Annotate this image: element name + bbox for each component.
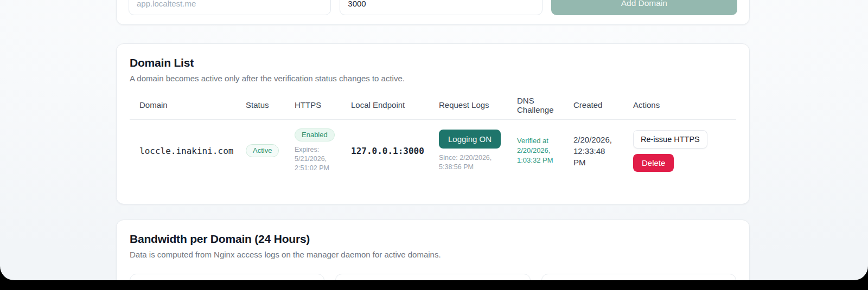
dns-verified-text: Verified at 2/20/2026, 1:03:32 PM bbox=[517, 136, 558, 165]
bandwidth-title: Bandwidth per Domain (24 Hours) bbox=[130, 233, 736, 246]
bandwidth-tile bbox=[335, 274, 530, 280]
header-created: Created bbox=[573, 100, 633, 109]
header-status: Status bbox=[246, 100, 295, 109]
status-badge: Active bbox=[246, 144, 279, 157]
header-domain: Domain bbox=[139, 100, 246, 109]
https-expires-text: Expires: 5/21/2026, 2:51:02 PM bbox=[295, 145, 334, 173]
domain-input[interactable] bbox=[129, 0, 331, 15]
bandwidth-tile bbox=[541, 274, 736, 280]
add-domain-button[interactable]: Add Domain bbox=[551, 0, 737, 15]
logging-since-text: Since: 2/20/2026, 5:38:56 PM bbox=[439, 153, 496, 172]
cell-created: 2/20/2026, 12:33:48 PM bbox=[573, 134, 633, 168]
cell-dns-challenge: Verified at 2/20/2026, 1:03:32 PM bbox=[517, 136, 573, 165]
add-domain-card: Add Domain bbox=[116, 0, 750, 25]
reissue-https-button[interactable]: Re-issue HTTPS bbox=[633, 130, 707, 149]
logging-toggle-button[interactable]: Logging ON bbox=[439, 130, 501, 149]
delete-button[interactable]: Delete bbox=[633, 154, 674, 172]
cell-actions: Re-issue HTTPS Delete bbox=[633, 130, 731, 172]
domain-list-card: Domain List A domain becomes active only… bbox=[116, 43, 750, 204]
table-header-row: Domain Status HTTPS Local Endpoint Reque… bbox=[130, 91, 736, 120]
cell-domain: loccle.inakini.com bbox=[139, 146, 246, 156]
header-dns-challenge: DNS Challenge bbox=[517, 96, 573, 114]
app-page: Add Domain Domain List A domain becomes … bbox=[0, 0, 868, 280]
cell-https: Enabled Expires: 5/21/2026, 2:51:02 PM bbox=[295, 128, 351, 173]
local-endpoint-value: 127.0.0.1:3000 bbox=[351, 146, 424, 156]
domain-name: loccle.inakini.com bbox=[139, 146, 233, 156]
header-actions: Actions bbox=[633, 100, 731, 109]
cell-request-logs: Logging ON Since: 2/20/2026, 5:38:56 PM bbox=[439, 130, 517, 172]
domain-list-title: Domain List bbox=[130, 56, 736, 69]
https-status-badge: Enabled bbox=[295, 128, 335, 141]
header-local-endpoint: Local Endpoint bbox=[351, 100, 439, 109]
table-row: loccle.inakini.com Active Enabled Expire… bbox=[130, 120, 736, 182]
add-domain-form: Add Domain bbox=[129, 0, 737, 15]
header-https: HTTPS bbox=[295, 100, 351, 109]
created-date-text: 2/20/2026, 12:33:48 PM bbox=[573, 134, 619, 168]
bandwidth-tiles bbox=[130, 274, 736, 280]
bandwidth-tile bbox=[130, 274, 324, 280]
bandwidth-card: Bandwidth per Domain (24 Hours) Data is … bbox=[116, 220, 750, 280]
domain-list-subtitle: A domain becomes active only after the v… bbox=[130, 74, 736, 83]
bandwidth-subtitle: Data is computed from Nginx access logs … bbox=[130, 250, 736, 259]
cell-status: Active bbox=[246, 144, 295, 157]
header-request-logs: Request Logs bbox=[439, 100, 517, 109]
cell-local-endpoint: 127.0.0.1:3000 bbox=[351, 146, 439, 156]
port-input[interactable] bbox=[340, 0, 542, 15]
